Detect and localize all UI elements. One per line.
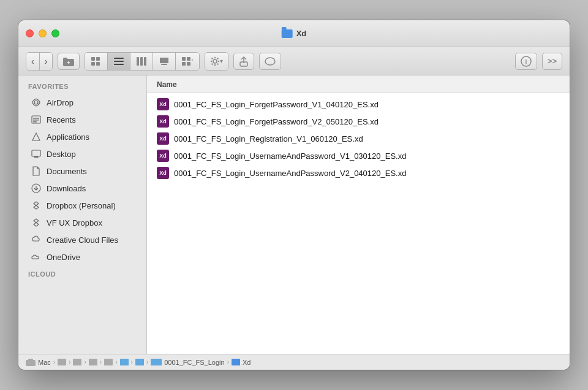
breadcrumb-sep-0: › [53,359,55,365]
creative-cloud-icon [31,234,42,245]
view-cover-button[interactable] [153,53,176,70]
svg-rect-37 [33,121,37,123]
back-button[interactable]: ‹ [26,53,40,70]
view-cover-icon [159,57,169,66]
sidebar-item-vf-ux-dropbox[interactable]: VF UX Dropbox [21,214,144,231]
breadcrumb-login-label: 0001_FC_FS_Login [164,359,224,366]
view-columns-icon [137,57,146,66]
breadcrumb-folder-login [151,359,162,365]
file-item-0[interactable]: Xd 0001_FC_FS_Login_ForgetPassword_V1_04… [147,96,570,113]
sidebar-item-onedrive[interactable]: OneDrive [21,248,144,266]
svg-point-21 [214,56,216,58]
svg-rect-17 [182,62,186,66]
sidebar-item-documents[interactable]: Documents [21,162,144,180]
breadcrumb-folder-2 [73,359,81,365]
svg-point-30 [265,58,275,65]
svg-rect-38 [32,150,40,156]
info-button[interactable]: i [515,53,537,70]
window-title: Xd [296,29,307,38]
sidebar-item-dropbox-personal[interactable]: Dropbox (Personal) [21,197,144,214]
minimize-button[interactable] [39,29,47,37]
xd-file-icon-2: Xd [157,132,169,145]
svg-marker-19 [192,59,193,61]
sidebar-item-desktop[interactable]: Desktop [21,145,144,162]
window-title-group: Xd [282,29,307,38]
sidebar: Favorites AirDrop Recents Appl [18,75,147,354]
action-group: ▾ [205,52,228,71]
sidebar-item-creative-cloud[interactable]: Creative Cloud Files [21,231,144,248]
svg-point-26 [217,63,219,64]
svg-rect-12 [144,57,146,66]
finder-window: Xd ‹ › + [18,20,570,370]
svg-rect-15 [182,57,186,61]
file-item-1[interactable]: Xd 0001_FC_FS_Login_ForgetPassword_V2_05… [147,113,570,130]
file-pane: Name Xd 0001_FC_FS_Login_ForgetPassword_… [147,75,570,354]
breadcrumb-folder-1 [58,359,66,365]
svg-rect-39 [34,156,38,158]
sidebar-item-recents-label: Recents [47,115,76,124]
view-list-icon [114,57,124,66]
svg-rect-44 [26,360,36,366]
svg-marker-42 [34,202,39,209]
close-button[interactable] [26,29,34,37]
more-button[interactable]: >> [542,53,562,70]
svg-rect-40 [34,158,39,158]
desktop-icon [31,148,42,159]
file-name-header: Name [157,80,177,89]
sidebar-item-documents-label: Documents [47,167,87,176]
titlebar: Xd [18,20,570,47]
breadcrumb-folder-xd [232,359,240,365]
nav-group: ‹ › [26,52,53,71]
icloud-label: iCloud [18,270,146,281]
new-folder-button[interactable]: + [58,53,80,70]
file-item-3[interactable]: Xd 0001_FC_FS_Login_UsernameAndPassword_… [147,147,570,164]
xd-file-icon-1: Xd [157,115,169,128]
share-button[interactable] [233,53,254,70]
tag-button[interactable] [259,53,281,70]
svg-rect-35 [33,118,39,119]
breadcrumb: Mac › › › › › › › 0001_FC_FS_Login › Xd [26,359,251,366]
view-list-button[interactable] [108,53,130,70]
view-icons-button[interactable] [85,53,108,70]
maximize-button[interactable] [51,29,59,37]
info-icon: i [521,56,532,67]
forward-button[interactable]: › [40,53,53,70]
svg-rect-16 [187,57,190,61]
toolbar: ‹ › + [18,47,570,75]
mac-drive-icon [26,359,36,366]
sidebar-item-applications[interactable]: Applications [21,128,144,145]
xd-file-icon-0: Xd [157,98,169,110]
more-label: >> [548,56,557,66]
file-name-2: 0001_FC_FS_Login_Registration_V1_060120_… [174,134,363,143]
view-options-button[interactable] [176,53,199,70]
file-item-2[interactable]: Xd 0001_FC_FS_Login_Registration_V1_0601… [147,130,570,147]
view-group [85,52,200,71]
breadcrumb-folder-5 [120,359,129,365]
view-columns-button[interactable] [130,53,153,70]
sidebar-item-vf-ux-dropbox-label: VF UX Dropbox [47,218,102,228]
file-list: Xd 0001_FC_FS_Login_ForgetPassword_V1_04… [147,93,570,354]
breadcrumb-sep-6: › [146,359,148,365]
svg-rect-3 [91,57,95,61]
svg-point-20 [213,59,217,63]
svg-point-24 [218,60,219,61]
file-name-0: 0001_FC_FS_Login_ForgetPassword_V1_04012… [174,100,379,109]
sidebar-item-recents[interactable]: Recents [21,111,144,128]
sidebar-item-airdrop[interactable]: AirDrop [21,94,144,111]
vf-ux-dropbox-icon [31,217,42,228]
file-name-4: 0001_FC_FS_Login_UsernameAndPassword_V2_… [174,169,406,178]
svg-rect-45 [28,359,33,361]
svg-text:+: + [67,59,70,66]
sidebar-item-downloads[interactable]: Downloads [21,180,144,197]
svg-rect-11 [140,57,143,66]
settings-button[interactable]: ▾ [205,53,228,70]
svg-rect-14 [161,64,167,65]
sidebar-item-desktop-label: Desktop [47,150,76,159]
file-item-4[interactable]: Xd 0001_FC_FS_Login_UsernameAndPassword_… [147,164,570,182]
favorites-label: Favorites [18,83,146,94]
svg-point-23 [211,60,212,61]
recents-icon [31,114,42,125]
breadcrumb-xd-label: Xd [243,359,251,366]
svg-rect-7 [114,58,124,59]
view-icons-icon [91,57,101,66]
